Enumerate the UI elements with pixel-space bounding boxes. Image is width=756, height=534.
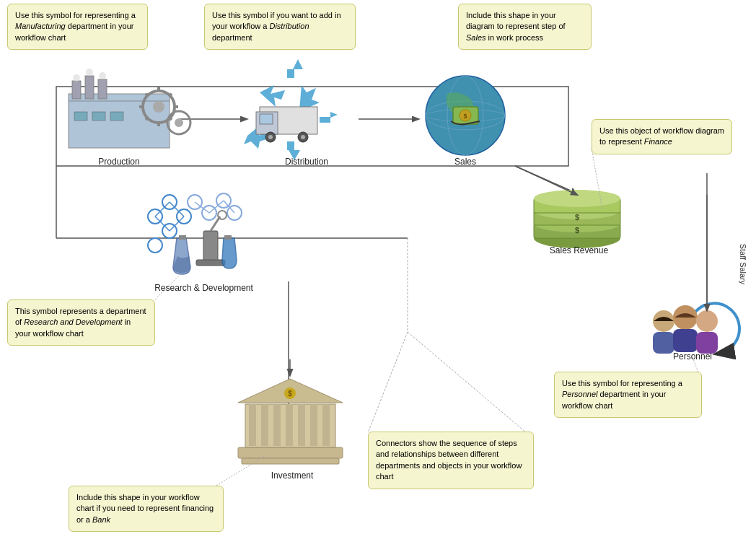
svg-rect-51: [534, 198, 620, 213]
svg-rect-32: [260, 107, 317, 134]
svg-point-41: [426, 101, 505, 130]
svg-point-60: [188, 195, 202, 209]
svg-line-28: [146, 94, 148, 96]
sales-revenue-label: Sales Revenue: [537, 245, 620, 255]
svg-rect-18: [110, 112, 123, 121]
svg-point-36: [298, 132, 308, 142]
svg-point-39: [426, 76, 505, 155]
svg-line-102: [408, 332, 527, 433]
svg-point-21: [153, 101, 164, 113]
svg-rect-76: [224, 235, 232, 240]
svg-point-13: [73, 74, 80, 82]
svg-rect-79: [249, 404, 256, 446]
tooltip-manufacturing: Use this symbol for representing a Manuf…: [7, 4, 148, 50]
svg-point-37: [268, 135, 273, 139]
svg-point-48: [534, 215, 620, 232]
svg-line-67: [155, 216, 170, 231]
svg-rect-83: [298, 404, 305, 446]
tooltip-finance: Use this object of workflow diagram to r…: [592, 119, 732, 154]
svg-rect-82: [286, 404, 293, 446]
svg-line-69: [209, 201, 224, 213]
svg-line-96: [515, 166, 577, 195]
tooltip-distribution: Use this symbol if you want to add in yo…: [204, 4, 356, 50]
svg-rect-91: [653, 332, 674, 354]
svg-rect-11: [85, 76, 94, 99]
svg-rect-47: [534, 224, 620, 238]
svg-rect-93: [673, 329, 698, 352]
svg-rect-71: [203, 231, 218, 263]
svg-point-62: [216, 193, 231, 208]
sales-label: Sales: [436, 157, 494, 167]
svg-point-22: [167, 111, 190, 134]
rd-label: Research & Development: [144, 283, 263, 293]
svg-point-57: [177, 209, 191, 224]
svg-point-63: [227, 206, 242, 220]
svg-point-23: [175, 118, 183, 127]
svg-text:$: $: [575, 213, 579, 222]
svg-line-64: [155, 202, 170, 216]
svg-line-73: [211, 216, 220, 231]
svg-point-94: [696, 310, 718, 332]
svg-point-38: [301, 135, 305, 139]
svg-line-31: [170, 118, 172, 120]
svg-rect-2: [56, 87, 568, 166]
svg-line-70: [224, 201, 234, 213]
svg-point-40: [447, 76, 483, 155]
staff-salary-label: Staff Salary: [739, 244, 747, 285]
svg-rect-95: [696, 332, 718, 354]
svg-point-42: [426, 110, 505, 121]
svg-point-20: [143, 91, 175, 123]
svg-point-44: [460, 110, 471, 121]
svg-point-14: [86, 69, 93, 76]
svg-point-87: [284, 388, 296, 399]
svg-point-35: [265, 132, 276, 142]
svg-line-29: [170, 94, 172, 96]
svg-rect-10: [72, 81, 81, 99]
svg-rect-9: [69, 94, 170, 148]
svg-point-15: [99, 72, 106, 79]
svg-rect-75: [179, 235, 186, 240]
svg-point-50: [534, 202, 620, 219]
svg-text:$: $: [575, 226, 579, 235]
svg-point-56: [162, 195, 177, 209]
tooltip-bank: Include this shape in your workflow char…: [69, 486, 224, 532]
distribution-label: Distribution: [271, 157, 343, 167]
tooltip-rd: This symbol represents a department of R…: [7, 299, 155, 346]
investment-label: Investment: [260, 470, 325, 481]
tooltip-personnel: Use this symbol for representing a Perso…: [554, 372, 702, 418]
svg-rect-84: [310, 404, 317, 446]
svg-line-65: [170, 202, 184, 216]
svg-text:$: $: [463, 113, 467, 120]
svg-point-58: [162, 224, 177, 238]
svg-point-92: [673, 305, 698, 330]
svg-point-90: [653, 310, 674, 332]
svg-line-101: [368, 332, 408, 433]
svg-rect-85: [322, 404, 330, 446]
svg-point-61: [202, 206, 216, 220]
svg-rect-12: [98, 79, 107, 99]
svg-line-103: [592, 148, 602, 209]
svg-rect-49: [534, 211, 620, 225]
tooltip-connectors: Connectors show the sequence of steps an…: [368, 432, 534, 489]
svg-marker-86: [238, 379, 343, 403]
svg-point-74: [218, 211, 227, 219]
svg-rect-72: [196, 260, 225, 266]
svg-line-66: [170, 216, 184, 231]
svg-rect-43: [453, 107, 478, 124]
production-label: Production: [83, 157, 155, 167]
svg-rect-77: [238, 447, 343, 458]
svg-line-3: [515, 166, 577, 193]
svg-rect-81: [273, 404, 281, 446]
svg-rect-33: [256, 112, 278, 134]
svg-rect-78: [245, 404, 335, 447]
svg-rect-17: [92, 112, 105, 121]
svg-line-68: [195, 202, 209, 213]
svg-text:$: $: [288, 390, 292, 398]
svg-point-52: [534, 190, 620, 207]
svg-line-30: [146, 118, 148, 120]
svg-rect-89: [242, 458, 339, 464]
svg-point-55: [148, 209, 162, 224]
svg-rect-16: [74, 112, 87, 121]
personnel-label: Personnel: [664, 351, 721, 362]
svg-point-59: [148, 238, 162, 253]
